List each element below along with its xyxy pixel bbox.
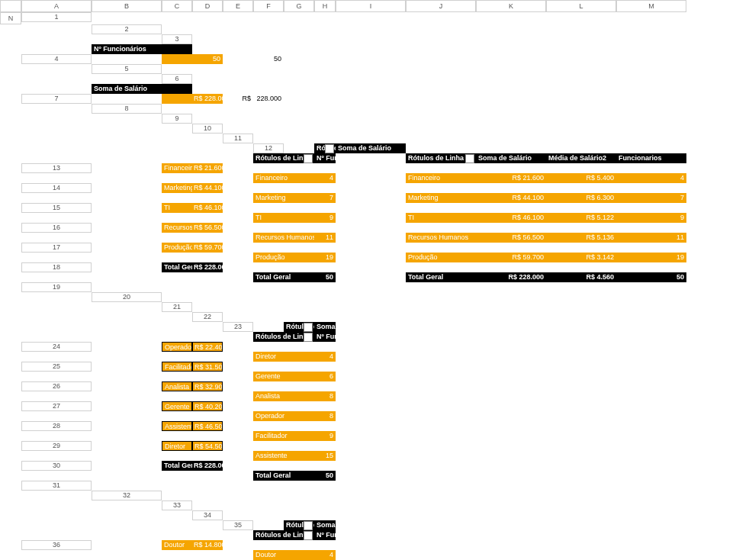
cell[interactable] xyxy=(406,322,476,332)
cell[interactable] xyxy=(616,54,686,64)
cell[interactable]: 50 xyxy=(616,272,686,282)
col-header[interactable]: F xyxy=(253,0,284,12)
cell[interactable] xyxy=(476,332,546,342)
cell[interactable]: 9 xyxy=(616,213,686,223)
cell[interactable] xyxy=(336,134,406,143)
col-header[interactable]: L xyxy=(546,0,616,12)
cell[interactable]: R$ 6.300 xyxy=(546,193,616,203)
cell[interactable] xyxy=(192,302,223,312)
cell[interactable] xyxy=(406,352,476,362)
cell[interactable] xyxy=(406,372,476,381)
cell[interactable] xyxy=(192,104,223,114)
cell[interactable] xyxy=(616,134,686,143)
pivot-total-label[interactable]: Total Geral xyxy=(253,471,314,481)
cell[interactable] xyxy=(192,24,223,34)
cell[interactable] xyxy=(223,421,253,431)
cell[interactable] xyxy=(284,94,314,104)
cell[interactable] xyxy=(92,520,162,530)
pivot-header-value[interactable]: Soma de Salário xyxy=(314,322,336,332)
cell[interactable] xyxy=(406,530,476,540)
cell[interactable] xyxy=(0,64,21,74)
cell[interactable] xyxy=(192,12,223,22)
pivot-row-label[interactable]: Diretor xyxy=(162,441,192,451)
cell[interactable] xyxy=(21,114,92,124)
pivot-row-value[interactable]: 8 xyxy=(314,391,336,401)
cell[interactable] xyxy=(314,302,336,312)
cell[interactable] xyxy=(476,94,546,104)
row-header[interactable]: 9 xyxy=(162,114,192,124)
cell[interactable] xyxy=(546,292,616,302)
cell[interactable] xyxy=(336,114,406,124)
cell[interactable] xyxy=(336,94,406,104)
cell[interactable] xyxy=(223,243,253,253)
summary-soma-check[interactable]: 228.000 xyxy=(253,94,284,104)
cell[interactable] xyxy=(223,312,253,322)
cell[interactable] xyxy=(223,163,253,173)
cell[interactable] xyxy=(336,233,406,243)
cell[interactable] xyxy=(223,143,253,153)
cell[interactable] xyxy=(406,292,476,302)
cell[interactable] xyxy=(0,34,21,44)
pivot-row-label[interactable]: Analista xyxy=(253,391,314,401)
cell[interactable] xyxy=(92,34,162,44)
cell[interactable] xyxy=(0,124,21,134)
cell[interactable] xyxy=(253,540,284,550)
cell[interactable] xyxy=(284,312,314,322)
summary-nfunc-value[interactable]: 50 xyxy=(192,54,223,64)
row-header[interactable]: 15 xyxy=(21,203,92,213)
cell[interactable] xyxy=(546,411,616,421)
pivot-row-label[interactable]: TI xyxy=(162,203,192,213)
cell[interactable] xyxy=(336,530,406,540)
col-header[interactable]: N xyxy=(0,12,21,24)
cell[interactable] xyxy=(223,510,253,520)
cell[interactable] xyxy=(336,322,406,332)
cell[interactable] xyxy=(616,12,686,22)
cell[interactable] xyxy=(223,24,253,34)
row-header[interactable]: 36 xyxy=(21,540,92,550)
cell[interactable] xyxy=(314,44,336,54)
cell[interactable] xyxy=(21,302,92,312)
cell[interactable] xyxy=(0,134,21,143)
cell[interactable] xyxy=(284,510,314,520)
cell[interactable] xyxy=(546,510,616,520)
cell[interactable] xyxy=(476,352,546,362)
cell[interactable] xyxy=(616,491,686,500)
cell[interactable] xyxy=(336,500,406,510)
cell[interactable]: R$ 59.700 xyxy=(476,253,546,262)
cell[interactable] xyxy=(336,391,406,401)
cell[interactable] xyxy=(546,471,616,481)
cell[interactable] xyxy=(284,104,314,114)
cell[interactable] xyxy=(223,500,253,510)
cell[interactable] xyxy=(336,173,406,183)
cell[interactable] xyxy=(284,143,314,153)
cell[interactable]: 4 xyxy=(616,173,686,183)
cell[interactable] xyxy=(476,481,546,491)
cell[interactable]: R$ 228.000 xyxy=(476,272,546,282)
cell[interactable] xyxy=(546,332,616,342)
pivot-row-value[interactable]: 19 xyxy=(314,253,336,262)
cell[interactable] xyxy=(162,24,192,34)
cell[interactable] xyxy=(192,134,223,143)
cell[interactable] xyxy=(616,282,686,292)
row-header[interactable]: 4 xyxy=(21,54,92,64)
summary-soma-value[interactable]: R$ 228.000 xyxy=(192,94,223,104)
pivot-row-value[interactable]: 4 xyxy=(314,173,336,183)
cell[interactable] xyxy=(546,124,616,134)
pivot-row-value[interactable]: 9 xyxy=(314,431,336,441)
cell[interactable] xyxy=(0,183,21,193)
row-header[interactable]: 28 xyxy=(21,421,92,431)
cell[interactable] xyxy=(616,510,686,520)
cell[interactable] xyxy=(546,282,616,292)
cell[interactable] xyxy=(406,471,476,481)
cell[interactable] xyxy=(223,491,253,500)
cell[interactable] xyxy=(162,134,192,143)
pivot-row-value[interactable]: R$ 46.100 xyxy=(192,203,223,213)
cell[interactable]: R$ xyxy=(223,94,253,104)
cell[interactable] xyxy=(162,54,192,64)
cell[interactable]: R$ 5.400 xyxy=(546,173,616,183)
pivot-row-value[interactable]: 11 xyxy=(314,233,336,243)
cell[interactable] xyxy=(476,451,546,461)
cell[interactable]: 11 xyxy=(616,233,686,243)
cell[interactable] xyxy=(616,391,686,401)
pivot-total-label[interactable]: Total Geral xyxy=(253,272,314,282)
